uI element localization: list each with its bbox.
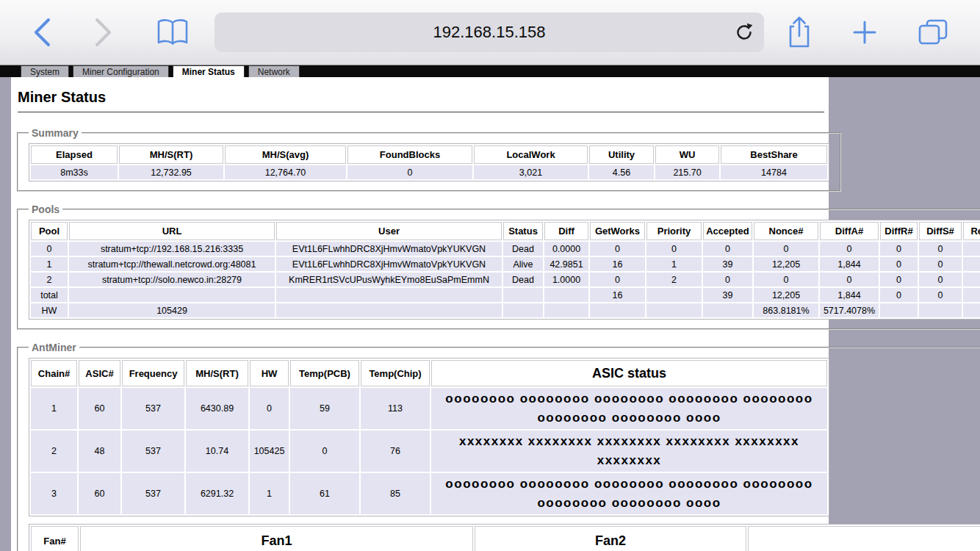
- table-cell: EVt1L6FLwhhDRC8XjHmvWmatoVpkYUKVGN: [276, 242, 502, 256]
- tabs-overview-icon: [918, 18, 948, 46]
- table-cell: [503, 303, 543, 317]
- table-cell: 0: [919, 288, 962, 302]
- column-header: Pool: [31, 222, 68, 240]
- antminer-header-row: Chain#ASIC#FrequencyMH/S(RT)HWTemp(PCB)T…: [31, 360, 827, 386]
- pools-section: Pools PoolURLUserStatusDiffGetWorksPrior…: [17, 204, 980, 330]
- tab-network[interactable]: Network: [248, 65, 300, 77]
- table-cell: 113: [361, 388, 430, 429]
- back-button[interactable]: [29, 0, 54, 65]
- table-cell: 0: [590, 273, 645, 287]
- table-cell: 1: [31, 257, 68, 271]
- reload-icon: [735, 23, 754, 42]
- table-cell: 12,205: [754, 257, 818, 271]
- tab-miner-status[interactable]: Miner Status: [173, 65, 245, 77]
- table-cell: 105429: [69, 303, 275, 317]
- table-cell: 16: [590, 288, 645, 302]
- table-cell: [963, 303, 980, 317]
- table-cell: 1: [31, 388, 77, 429]
- column-header: Diff: [544, 222, 588, 240]
- table-row: 0stratum+tcp://192.168.15.216:3335EVt1L6…: [31, 242, 980, 256]
- table-row: 2stratum+tcp://solo.newco.in:28279KmRER1…: [31, 273, 980, 287]
- reload-button[interactable]: [735, 23, 754, 42]
- column-header: Fan2: [475, 526, 746, 551]
- table-cell: 39: [703, 257, 752, 271]
- address-bar[interactable]: 192.168.15.158: [215, 12, 764, 52]
- table-cell: 863.8181%: [754, 303, 818, 317]
- column-header: Fan1: [80, 526, 473, 551]
- table-cell: 60: [79, 473, 120, 514]
- table-cell: [646, 288, 702, 302]
- column-header: WU: [655, 145, 719, 164]
- table-cell: 0: [880, 273, 918, 287]
- table-cell: 5717.4078%: [820, 303, 879, 317]
- table-cell: 61: [290, 473, 359, 514]
- column-header: [748, 526, 980, 551]
- forward-chevron-icon: [94, 17, 113, 48]
- column-header: Frequency: [122, 360, 184, 386]
- table-cell: Alive: [503, 257, 543, 271]
- content-card: Miner Status Summary ElapsedMH/S(RT)MH/S…: [11, 77, 829, 551]
- table-cell: stratum+tcp://solo.newco.in:28279: [69, 273, 275, 287]
- column-header: URL: [69, 222, 275, 240]
- table-cell: 0: [590, 242, 645, 256]
- table-row: 1605376430.89059113oooooooo oooooooo ooo…: [31, 388, 827, 429]
- column-header: DiffA#: [820, 222, 879, 240]
- column-header: ASIC#: [79, 360, 120, 386]
- table-cell: 16: [590, 257, 645, 271]
- column-header: Chain#: [31, 360, 77, 386]
- page-title: Miner Status: [18, 89, 829, 106]
- table-cell: HW: [31, 303, 68, 317]
- table-cell: 14784: [721, 165, 827, 179]
- share-icon: [786, 15, 813, 49]
- table-cell: 215.70: [655, 165, 719, 179]
- table-cell: 0: [250, 388, 289, 429]
- table-cell: 12,205: [754, 288, 818, 302]
- column-header: GetWorks: [590, 222, 645, 240]
- plus-icon: [851, 19, 878, 46]
- table-cell: 2: [31, 273, 68, 287]
- table-cell: 6430.89: [186, 388, 248, 429]
- bookmarks-button[interactable]: [154, 0, 191, 65]
- column-header: LocalWork: [474, 145, 588, 164]
- column-header: MH/S(RT): [186, 360, 248, 386]
- column-header: Accepted: [703, 222, 752, 240]
- table-cell: 2: [646, 273, 702, 287]
- table-cell: [919, 303, 962, 317]
- table-cell: 0: [703, 273, 752, 287]
- table-cell: 48: [79, 431, 120, 472]
- table-cell: 3: [31, 473, 77, 514]
- tabs-button[interactable]: [915, 0, 951, 65]
- pools-legend: Pools: [29, 204, 62, 215]
- browser-toolbar: 192.168.15.158: [0, 0, 980, 65]
- column-header: Rejected: [963, 222, 980, 240]
- table-cell: 0: [963, 288, 980, 302]
- column-header: Temp(Chip): [361, 360, 430, 386]
- column-header: Status: [503, 222, 543, 240]
- tab-miner-configuration[interactable]: Miner Configuration: [73, 65, 169, 77]
- table-cell: 0: [919, 242, 962, 256]
- table-cell: 1,844: [820, 288, 879, 302]
- table-cell: [646, 303, 702, 317]
- new-tab-button[interactable]: [849, 0, 880, 65]
- title-divider: [18, 112, 824, 112]
- site-tab-bar: System Miner Configuration Miner Status …: [0, 65, 980, 77]
- antminer-legend: AntMiner: [29, 342, 79, 353]
- table-cell: xxxxxxxx xxxxxxxx xxxxxxxx xxxxxxxx xxxx…: [431, 431, 827, 472]
- forward-button[interactable]: [91, 0, 116, 65]
- share-button[interactable]: [783, 0, 815, 65]
- table-cell: oooooooo oooooooo oooooooo oooooooo oooo…: [431, 473, 827, 514]
- fan-header-row: Fan#Fan1Fan2: [31, 526, 980, 551]
- table-cell: [703, 303, 752, 317]
- column-header: MH/S(RT): [119, 145, 223, 164]
- column-header: User: [276, 222, 502, 240]
- table-cell: oooooooo oooooooo oooooooo oooooooo oooo…: [431, 388, 827, 429]
- table-cell: 3,021: [474, 165, 588, 179]
- table-cell: 12,764.70: [225, 165, 346, 179]
- table-cell: 0: [820, 242, 879, 256]
- pools-header-row: PoolURLUserStatusDiffGetWorksPriorityAcc…: [31, 222, 980, 240]
- table-cell: 537: [122, 388, 184, 429]
- summary-value-row: 8m33s12,732.9512,764.7003,0214.56215.701…: [31, 165, 827, 179]
- column-header: Utility: [589, 145, 654, 164]
- tab-system[interactable]: System: [21, 65, 69, 77]
- table-cell: 537: [122, 431, 184, 472]
